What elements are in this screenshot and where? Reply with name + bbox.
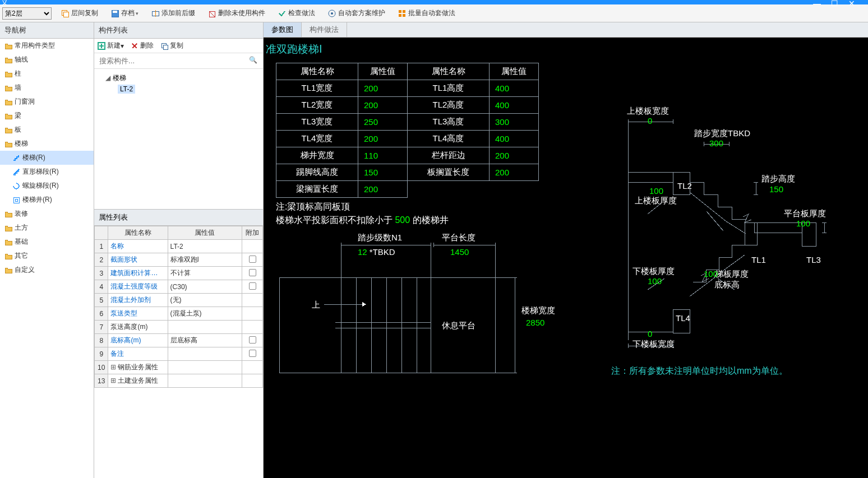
folder-icon [4, 252, 12, 260]
svg-rect-1 [63, 12, 68, 17]
search-input[interactable] [98, 55, 260, 67]
copy-icon [160, 42, 168, 50]
nav-梁[interactable]: 梁 [0, 109, 94, 123]
tab-param-diagram[interactable]: 参数图 [264, 22, 302, 37]
checkbox[interactable] [249, 282, 256, 290]
svg-rect-11 [403, 10, 405, 13]
svg-rect-15 [15, 199, 17, 201]
tab-component-method[interactable]: 构件做法 [302, 22, 347, 37]
nav-自定义[interactable]: 自定义 [0, 263, 94, 277]
folder-icon [4, 266, 12, 274]
svg-rect-58 [745, 222, 757, 245]
nav-楼梯井(R)[interactable]: 楼梯井(R) [0, 193, 94, 207]
toolbar-del-button[interactable]: 删除未使用构件 [204, 7, 269, 19]
prop-row[interactable]: 4混凝土强度等级(C30) [95, 280, 263, 294]
new-button[interactable]: 新建▾ [98, 41, 124, 50]
complist-header: 构件列表 [94, 22, 263, 39]
prop-row[interactable]: 6泵送类型(混凝土泵) [95, 307, 263, 321]
nav-板[interactable]: 板 [0, 123, 94, 137]
toolbar-batch-button[interactable]: 批量自动套做法 [394, 7, 459, 19]
delete-button[interactable]: 删除 [131, 41, 154, 50]
svg-rect-13 [403, 14, 405, 17]
nav-其它[interactable]: 其它 [0, 249, 94, 263]
prop-row[interactable]: 3建筑面积计算…不计算 [95, 267, 263, 280]
prop-row[interactable]: 8底标高(m)层底标高 [95, 334, 263, 347]
folder-icon [4, 70, 12, 78]
checkbox[interactable] [249, 350, 256, 357]
search-icon[interactable]: 🔍 [249, 56, 257, 64]
note-text: 注:梁顶标高同板顶 楼梯水平投影面积不扣除小于 500 的楼梯井 [276, 200, 449, 227]
plan-view: 踏步级数N1 12 *TBKD 平台长度 1450 上 休息平台 楼梯宽度 28… [274, 239, 543, 387]
nav-基础[interactable]: 基础 [0, 235, 94, 249]
stair-straight-icon [12, 168, 20, 176]
folder-icon [4, 98, 12, 106]
nav-轴线[interactable]: 轴线 [0, 53, 94, 67]
floor-selector[interactable]: 第2层 [2, 7, 52, 20]
nav-header: 导航树 [0, 22, 94, 39]
batch-icon [398, 9, 407, 18]
nav-门窗洞[interactable]: 门窗洞 [0, 95, 94, 109]
param-canvas: 准双跑楼梯Ⅰ 属性名称 属性值 属性名称 属性值 TL1宽度200TL1高度40… [264, 38, 868, 478]
expand-icon[interactable]: ⊞ [110, 377, 116, 384]
folder-icon [4, 140, 12, 148]
component-tree: ◢ 楼梯 LT-2 [94, 69, 263, 209]
col-value: 属性值 [168, 226, 242, 240]
main-toolbar: 第2层 层间复制存档▾添加前后缀删除未使用构件检查做法自动套方案维护批量自动套做… [0, 4, 868, 22]
toolbar-addfix-button[interactable]: 添加前后缀 [147, 7, 198, 19]
proplist-header: 属性列表 [94, 210, 263, 226]
close-icon[interactable]: ✕ [848, 0, 865, 8]
nav-楼梯[interactable]: 楼梯 [0, 137, 94, 151]
nav-直形梯段(R)[interactable]: 直形梯段(R) [0, 165, 94, 179]
nav-墙[interactable]: 墙 [0, 81, 94, 95]
svg-line-7 [209, 11, 215, 17]
nav-螺旋梯段(R)[interactable]: 螺旋梯段(R) [0, 179, 94, 193]
new-icon [98, 42, 105, 50]
prop-row[interactable]: 2截面形状标准双跑I [95, 253, 263, 267]
stair-spiral-icon [12, 182, 20, 190]
prop-row[interactable]: 5混凝土外加剂(无) [95, 294, 263, 307]
checkbox[interactable] [249, 269, 256, 276]
prop-row[interactable]: 10⊞钢筋业务属性 [95, 361, 263, 374]
svg-point-9 [331, 12, 333, 15]
nav-柱[interactable]: 柱 [0, 67, 94, 81]
tree-root-stair[interactable]: ◢ 楼梯 [98, 72, 260, 84]
svg-rect-12 [399, 14, 401, 17]
save-icon [110, 9, 119, 18]
checkbox[interactable] [249, 336, 256, 344]
svg-line-73 [707, 211, 723, 231]
tree-item-lt2[interactable]: LT-2 [98, 84, 260, 94]
prop-row[interactable]: 1名称LT-2 [95, 240, 263, 253]
prop-row[interactable]: 9备注 [95, 347, 263, 361]
copy-button[interactable]: 复制 [160, 41, 183, 50]
maximize-icon[interactable]: ☐ [831, 0, 848, 8]
expand-icon[interactable]: ⊞ [110, 363, 116, 371]
svg-rect-57 [754, 222, 802, 233]
nav-楼梯(R)[interactable]: 楼梯(R) [0, 151, 94, 165]
svg-rect-22 [163, 45, 168, 49]
del-icon [207, 9, 216, 18]
toolbar-copy-button[interactable]: 层间复制 [57, 7, 101, 19]
toolbar-auto-button[interactable]: 自动套方案维护 [324, 7, 389, 19]
prop-row[interactable]: 13⊞土建业务属性 [95, 374, 263, 388]
folder-icon [4, 42, 12, 50]
folder-icon [4, 238, 12, 246]
stair-blue-icon [12, 154, 20, 162]
toolbar-check-button[interactable]: 检查做法 [274, 7, 318, 19]
toolbar-save-button[interactable]: 存档▾ [107, 7, 142, 19]
nav-常用构件类型[interactable]: 常用构件类型 [0, 39, 94, 53]
stair-well-icon [12, 196, 20, 204]
check-icon [278, 9, 287, 18]
auto-icon [327, 9, 336, 18]
checkbox[interactable] [249, 256, 256, 263]
folder-icon [4, 84, 12, 92]
svg-rect-55 [628, 172, 673, 182]
minimize-icon[interactable]: — [813, 0, 831, 8]
nav-土方[interactable]: 土方 [0, 221, 94, 235]
svg-rect-10 [399, 10, 401, 13]
prop-row[interactable]: 7泵送高度(m) [95, 321, 263, 334]
nav-装修[interactable]: 装修 [0, 207, 94, 221]
folder-icon [4, 112, 12, 120]
copy-icon [61, 9, 70, 18]
folder-icon [4, 210, 12, 218]
window-controls[interactable]: —☐✕ [813, 0, 865, 8]
